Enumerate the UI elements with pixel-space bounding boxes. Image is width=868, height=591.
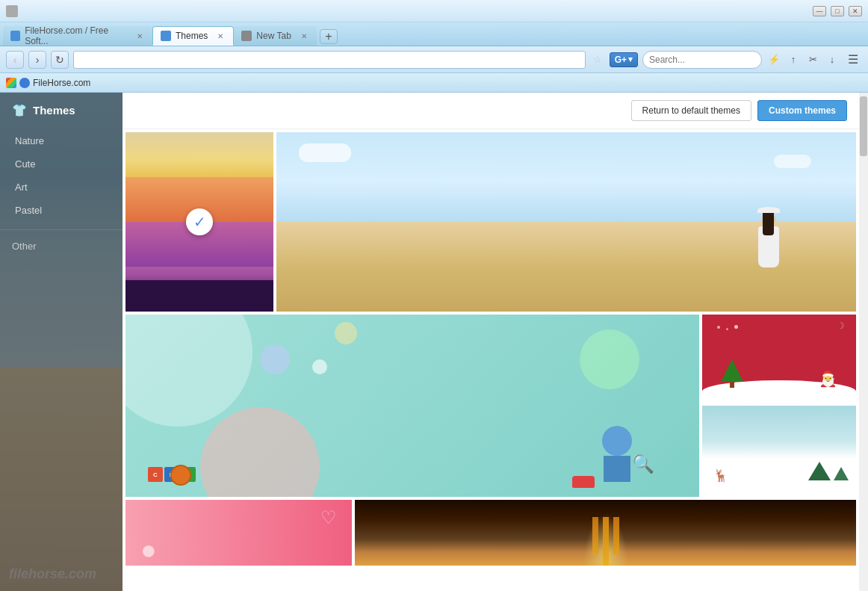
- bookmark-star-icon[interactable]: ☆: [590, 52, 605, 67]
- winter-scene: [808, 462, 849, 480]
- tab-favicon-themes: [161, 31, 171, 41]
- content-panel: Return to default themes Custom themes: [123, 93, 859, 591]
- sidebar-divider: [0, 229, 123, 230]
- tab-themes[interactable]: Themes ✕: [152, 26, 234, 46]
- star-1: [717, 326, 720, 329]
- cute-circle-2: [200, 407, 320, 497]
- tab-label-themes: Themes: [176, 31, 208, 41]
- themes-row-2: C B A 🔍: [125, 315, 856, 497]
- theme-nature-bottom: [125, 222, 273, 312]
- figure-hair: [763, 213, 774, 235]
- theme-card-pink[interactable]: ● ♡: [125, 500, 352, 566]
- forward-button[interactable]: ›: [28, 51, 46, 69]
- character-body: [604, 456, 630, 482]
- beach-figure: [755, 207, 781, 282]
- menu-button[interactable]: ☰: [844, 51, 862, 69]
- themes-grid: ✓: [123, 129, 859, 569]
- tree-body: [721, 359, 743, 382]
- tab-newtab[interactable]: New Tab ✕: [234, 26, 316, 46]
- scrollbar-thumb[interactable]: [860, 96, 867, 156]
- sidebar-item-nature[interactable]: Nature: [0, 129, 123, 152]
- right-scrollbar[interactable]: [859, 93, 868, 591]
- themes-icon: 👕: [12, 103, 27, 117]
- address-bar: ‹ › ↻ ☆ G+ ▾ ⚡ ↑ ✂ ↓ ☰: [0, 46, 868, 73]
- bookmark-colorful-icon: [6, 78, 16, 88]
- extensions-icon[interactable]: ⚡: [766, 52, 781, 67]
- theme-card-dark-warm[interactable]: [355, 500, 856, 566]
- theme-card-nature-sunset[interactable]: ✓: [125, 132, 273, 312]
- tab-close-newtab[interactable]: ✕: [299, 31, 309, 41]
- winter-tree-2: [834, 467, 849, 480]
- return-default-button[interactable]: Return to default themes: [631, 100, 751, 121]
- browser-icon: [6, 5, 18, 17]
- title-bar-left: [6, 5, 18, 17]
- address-input[interactable]: [73, 51, 586, 69]
- sidebar: 👕 Themes Nature Cute Art Pastel Other: [0, 93, 123, 591]
- theme-card-cute-cartoon[interactable]: C B A 🔍: [125, 315, 699, 497]
- sidebar-item-art[interactable]: Art: [0, 176, 123, 199]
- minimize-button[interactable]: —: [813, 6, 826, 16]
- google-account-button[interactable]: G+ ▾: [610, 52, 638, 67]
- figure-hat: [757, 207, 780, 213]
- nature-dark: [125, 280, 273, 312]
- column-3: [613, 517, 619, 554]
- themes-row-1: ✓: [125, 132, 856, 312]
- pink-element: ●: [140, 534, 157, 566]
- download-icon[interactable]: ↓: [825, 52, 840, 67]
- tab-filehorse[interactable]: FileHorse.com / Free Soft... ✕: [3, 26, 152, 46]
- cut-icon[interactable]: ✂: [805, 52, 820, 67]
- column-2: [603, 517, 609, 566]
- theme-card-winter[interactable]: 🦌: [702, 406, 856, 494]
- selected-checkmark: ✓: [186, 208, 213, 235]
- theme-card-christmas[interactable]: ☽ 🎅: [702, 315, 856, 403]
- stars-row: [717, 326, 738, 330]
- tab-close-filehorse[interactable]: ✕: [135, 31, 145, 41]
- browser-frame: — □ ✕ FileHorse.com / Free Soft... ✕ The…: [0, 0, 868, 591]
- sidebar-title: Themes: [33, 104, 75, 117]
- xmas-santa: 🎅: [819, 370, 837, 388]
- tab-favicon-newtab: [241, 31, 252, 41]
- cute-circle-4: [260, 344, 290, 374]
- sidebar-other-label: Other: [0, 233, 123, 256]
- cute-car: [572, 476, 595, 488]
- sidebar-nav: Nature Cute Art Pastel: [0, 125, 123, 226]
- google-dropdown-icon: ▾: [628, 55, 633, 64]
- close-button[interactable]: ✕: [849, 6, 862, 16]
- google-icon: G+: [615, 55, 627, 65]
- xmas-stars: [717, 326, 738, 330]
- tab-close-themes[interactable]: ✕: [215, 31, 226, 41]
- custom-themes-button[interactable]: Custom themes: [757, 100, 847, 121]
- winter-tree-1: [808, 462, 831, 480]
- bookmark-horse-icon: [19, 78, 30, 88]
- tab-label-newtab: New Tab: [256, 31, 291, 41]
- cute-ball: [170, 465, 191, 486]
- bookmarks-bar: FileHorse.com: [0, 73, 868, 93]
- title-bar-controls: — □ ✕: [813, 6, 862, 16]
- tab-favicon-filehorse: [10, 31, 20, 41]
- character-head: [602, 426, 632, 456]
- cute-circle-6: [312, 359, 327, 374]
- sidebar-item-cute[interactable]: Cute: [0, 152, 123, 176]
- magnifying-glass: 🔍: [632, 454, 654, 474]
- main-area: filehorse.com 👕 Themes Nature Cute Art P…: [0, 93, 868, 591]
- maximize-button[interactable]: □: [831, 6, 844, 16]
- search-input[interactable]: [642, 51, 762, 69]
- tab-label-filehorse: FileHorse.com / Free Soft...: [25, 25, 128, 46]
- theme-card-beach-girl[interactable]: [276, 132, 856, 312]
- tree-trunk: [730, 382, 734, 388]
- themes-row-3: ● ♡: [125, 500, 856, 566]
- back-button[interactable]: ‹: [6, 51, 24, 69]
- xmas-tree: [721, 359, 743, 388]
- upload-icon[interactable]: ↑: [786, 52, 801, 67]
- dark-columns: [592, 517, 619, 566]
- new-tab-button[interactable]: +: [320, 29, 338, 44]
- winter-santa-sled: 🦌: [713, 468, 728, 483]
- tab-bar: FileHorse.com / Free Soft... ✕ Themes ✕ …: [0, 22, 868, 46]
- cloud-1: [299, 143, 351, 162]
- sidebar-item-pastel[interactable]: Pastel: [0, 199, 123, 222]
- bookmark-filehorse[interactable]: FileHorse.com: [6, 78, 90, 88]
- reload-button[interactable]: ↻: [51, 51, 69, 69]
- title-bar: — □ ✕: [0, 0, 868, 22]
- cute-circle-1: [125, 315, 252, 427]
- cute-circle-5: [335, 322, 357, 344]
